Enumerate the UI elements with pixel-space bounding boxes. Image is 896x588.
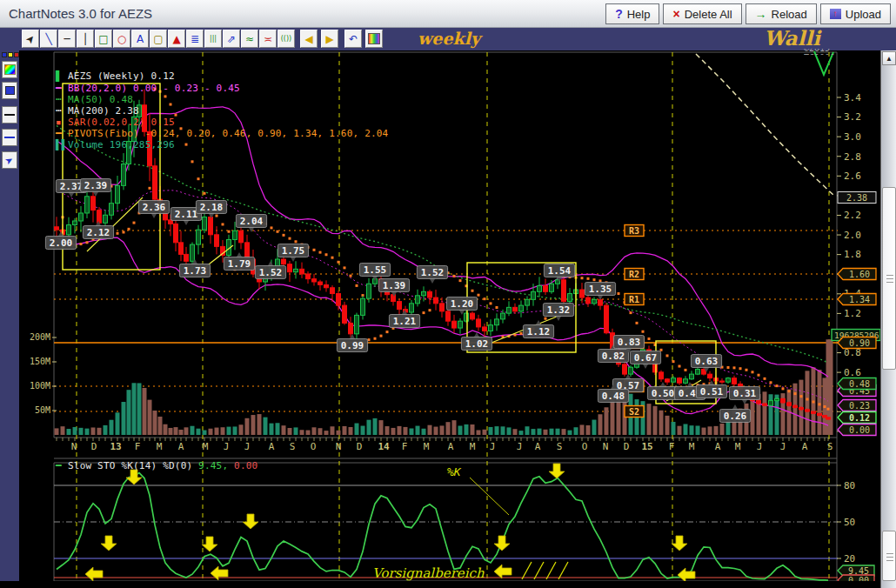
svg-text:A: A	[448, 441, 454, 452]
svg-text:J: J	[757, 441, 763, 452]
price-tag: 0.99	[337, 334, 367, 352]
reload-button[interactable]: → Reload	[746, 3, 817, 24]
svg-text:1.79: 1.79	[228, 258, 251, 270]
draw-arrow-tool[interactable]: ➤	[2, 151, 17, 169]
svg-text:2.0: 2.0	[844, 230, 861, 241]
svg-text:0.31: 0.31	[733, 388, 757, 399]
svg-text:0.83: 0.83	[618, 337, 641, 348]
svg-text:M: M	[203, 441, 209, 452]
svg-text:1.21: 1.21	[393, 316, 417, 327]
rainbow-icon	[4, 64, 16, 75]
solid-line-icon	[4, 114, 15, 116]
line-dashed-tool[interactable]	[2, 129, 17, 146]
trendline-icon: ╲	[45, 33, 51, 45]
color-picker-tool[interactable]	[2, 61, 17, 78]
zigzag-icon: ≈	[245, 33, 254, 45]
yellow-swatch[interactable]	[8, 52, 13, 57]
svg-text:2.11: 2.11	[175, 209, 198, 220]
delete-all-button[interactable]: × Delete All	[663, 3, 741, 24]
vertical-scrollbar[interactable]: ▲	[880, 50, 896, 588]
svg-text:1.34: 1.34	[849, 295, 870, 304]
svg-text:S: S	[827, 441, 833, 452]
text-icon: A	[137, 33, 144, 45]
svg-text:A: A	[535, 441, 541, 452]
line-solid-tool[interactable]	[2, 106, 17, 124]
arrow-marker-tool[interactable]: ▲	[168, 30, 185, 48]
svg-text:D: D	[357, 441, 363, 452]
svg-text:20: 20	[844, 553, 855, 565]
ellipse-tool[interactable]: ○	[113, 30, 130, 48]
candlesticks	[55, 89, 831, 419]
svg-text:0.6: 0.6	[844, 367, 861, 378]
zigzag-tool[interactable]: ≈	[241, 30, 258, 48]
svg-text:0.12: 0.12	[849, 413, 870, 423]
note-tool[interactable]: ▢	[150, 30, 167, 48]
delete-icon: ×	[672, 7, 679, 21]
arrow-marker-icon: ▲	[172, 33, 180, 45]
parentheses-icon: (())	[281, 35, 291, 43]
chart-canvas[interactable]: R3R2R1PS1S23.43.23.02.82.62.22.01.81.41.…	[19, 50, 880, 581]
price-tag: 2.39	[80, 179, 110, 197]
shift-right-icon: ▶	[325, 33, 333, 45]
horizontal-line-tool[interactable]: ─	[58, 30, 76, 48]
scroll-up-icon[interactable]: ▲	[882, 51, 896, 65]
fill-color-tool[interactable]	[2, 82, 17, 99]
price-tag-labels: 2.372.392.122.002.362.112.182.041.731.79…	[45, 179, 759, 423]
svg-text:0.26: 0.26	[724, 411, 747, 422]
undo-tool[interactable]: ↶	[344, 30, 362, 48]
note-icon: ▢	[153, 33, 163, 45]
trend-arrows-tool[interactable]: ⇗	[223, 30, 240, 48]
shift-right-tool[interactable]: ▶	[321, 30, 338, 48]
shift-left-tool[interactable]: ◀	[300, 30, 318, 48]
parentheses-tool[interactable]: (())	[277, 30, 295, 48]
support-resistance-icon: ≍	[264, 33, 272, 45]
color-swatches[interactable]	[2, 52, 19, 57]
reload-icon: →	[755, 7, 767, 21]
fibonacci-lines-tool[interactable]: ≣	[186, 30, 204, 48]
ma200-line	[696, 54, 835, 197]
svg-text:3.2: 3.2	[844, 111, 861, 123]
sto-k-line	[57, 473, 828, 581]
svg-text:A: A	[178, 441, 184, 452]
scrollbar-thumb-price[interactable]	[882, 187, 896, 370]
vertical-line-tool[interactable]: │	[77, 30, 94, 48]
blue-square-icon	[5, 86, 15, 95]
svg-text:0.00: 0.00	[849, 425, 870, 435]
price-tag: 1.39	[378, 279, 409, 297]
price-tag: 1.21	[389, 310, 419, 328]
vertical-grid-tool[interactable]: |||	[204, 30, 222, 48]
help-icon: ?	[615, 7, 623, 21]
blue-swatch[interactable]	[2, 52, 7, 57]
svg-text:2.39: 2.39	[84, 180, 108, 191]
upload-icon: ↑	[830, 9, 841, 19]
reload-label: Reload	[772, 8, 807, 21]
svg-text:0.48: 0.48	[602, 391, 625, 402]
price-tag: 1.55	[359, 264, 390, 282]
rectangle-tool[interactable]: □	[95, 30, 112, 48]
trendline-tool[interactable]: ╲	[40, 30, 57, 48]
pointer-tool[interactable]: ➤	[22, 30, 39, 48]
svg-text:F: F	[669, 441, 675, 452]
help-label: Help	[627, 8, 651, 21]
svg-text:N: N	[71, 441, 77, 452]
svg-text:0.51: 0.51	[700, 386, 724, 398]
svg-text:0.63: 0.63	[695, 356, 719, 367]
text-tool[interactable]: A	[131, 30, 149, 48]
horizontal-line-icon: ─	[64, 33, 70, 45]
scrollbar-thumb-sto[interactable]	[882, 531, 896, 581]
svg-text:1.55: 1.55	[364, 264, 387, 276]
svg-text:F: F	[135, 441, 141, 452]
price-tag: 1.73	[179, 259, 210, 277]
svg-text:1.60: 1.60	[849, 270, 870, 279]
price-tag: 1.32	[543, 304, 573, 322]
undo-icon: ↶	[349, 33, 358, 45]
color-bars-tool[interactable]	[365, 30, 383, 48]
left-tool-sidebar: ➤	[0, 50, 19, 581]
svg-text:M: M	[689, 441, 695, 452]
support-resistance-tool[interactable]: ≍	[259, 30, 277, 48]
price-tag: 1.52	[417, 266, 447, 284]
upload-button[interactable]: ↑ Upload	[820, 3, 891, 24]
svg-text:R1: R1	[629, 295, 639, 304]
help-button[interactable]: ? Help	[605, 3, 659, 24]
vertical-grid-icon: |||	[210, 35, 217, 43]
